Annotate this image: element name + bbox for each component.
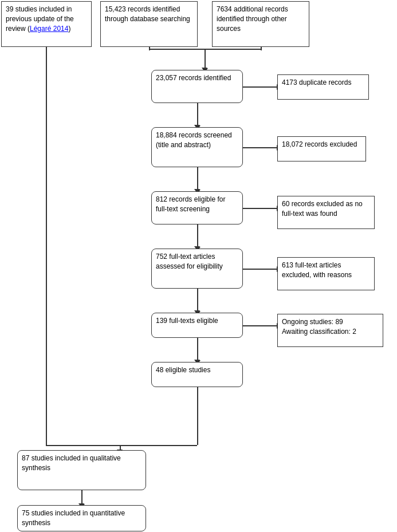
excluded-reasons-text: 613 full-text articles excluded, with re… xyxy=(282,261,352,279)
qualitative-synthesis-box: 87 studies included in qualitative synth… xyxy=(17,450,146,490)
excluded-screened-text: 18,072 records excluded xyxy=(282,140,357,148)
eligible-fulltext-box: 812 records eligible for full-text scree… xyxy=(151,191,243,224)
eligible-fulltext-text: 812 records eligible for full-text scree… xyxy=(156,195,225,213)
excluded-screened-box: 18,072 records excluded xyxy=(277,136,366,161)
db-searching-text: 15,423 records identified through databa… xyxy=(105,5,190,23)
assessed-eligibility-box: 752 full-text articles assessed for elig… xyxy=(151,249,243,289)
fulltexts-eligible-box: 139 full-texts eligible xyxy=(151,313,243,338)
duplicate-records-text: 4173 duplicate records xyxy=(282,78,351,86)
screened-text: 18,884 records screened (title and abstr… xyxy=(156,131,232,149)
previous-update-text: 39 studies included in previous update o… xyxy=(6,5,74,33)
excluded-no-fulltext-text: 60 records excluded as no full-text was … xyxy=(282,200,363,218)
ongoing-box: Ongoing studies: 89 Awaiting classificat… xyxy=(277,314,383,347)
ongoing-text: Ongoing studies: 89 Awaiting classificat… xyxy=(282,318,356,336)
other-sources-box: 7634 additional records identified throu… xyxy=(212,1,309,47)
eligible-studies-text: 48 eligible studies xyxy=(156,366,210,374)
assessed-eligibility-text: 752 full-text articles assessed for elig… xyxy=(156,253,223,270)
screened-box: 18,884 records screened (title and abstr… xyxy=(151,127,243,167)
other-sources-text: 7634 additional records identified throu… xyxy=(217,5,288,33)
previous-update-box: 39 studies included in previous update o… xyxy=(1,1,92,47)
records-identified-text: 23,057 records identified xyxy=(156,74,231,82)
eligible-studies-box: 48 eligible studies xyxy=(151,362,243,387)
db-searching-box: 15,423 records identified through databa… xyxy=(100,1,198,47)
legare-link[interactable]: Légaré 2014 xyxy=(30,25,68,33)
records-identified-box: 23,057 records identified xyxy=(151,70,243,103)
excluded-no-fulltext-box: 60 records excluded as no full-text was … xyxy=(277,196,375,229)
fulltexts-eligible-text: 139 full-texts eligible xyxy=(156,317,218,325)
quantitative-synthesis-box: 75 studies included in quantitative synt… xyxy=(17,505,146,531)
excluded-reasons-box: 613 full-text articles excluded, with re… xyxy=(277,257,375,290)
flowchart: 39 studies included in previous update o… xyxy=(0,0,397,532)
qualitative-synthesis-text: 87 studies included in qualitative synth… xyxy=(22,454,121,472)
quantitative-synthesis-text: 75 studies included in quantitative synt… xyxy=(22,509,125,527)
duplicate-records-box: 4173 duplicate records xyxy=(277,74,369,100)
